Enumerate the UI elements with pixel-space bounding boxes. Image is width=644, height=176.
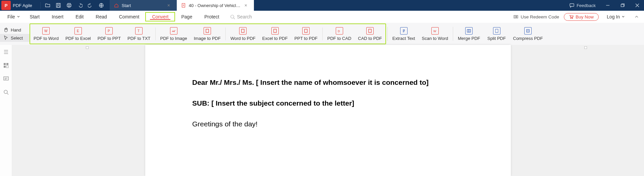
close-window-button[interactable] <box>631 0 644 11</box>
button-label: PDF to CAD <box>327 36 352 41</box>
button-label: PDF to Word <box>34 36 59 41</box>
page: Dear Mr./ Mrs./ Ms. [ Insert the name of… <box>145 45 511 176</box>
menu-edit[interactable]: Edit <box>69 12 90 21</box>
compress-pdf-button[interactable]: Compress PDF <box>510 24 546 44</box>
annotations-icon[interactable] <box>3 76 9 82</box>
menu-start[interactable]: Start <box>24 12 46 21</box>
redeem-button[interactable]: Use Redeem Code <box>513 14 559 19</box>
svg-rect-22 <box>206 29 209 33</box>
doc-greeting: Greetings of the day! <box>192 120 471 128</box>
search-input[interactable]: Search <box>225 14 257 19</box>
button-label: PDF to Image <box>160 36 187 41</box>
left-rail <box>0 45 12 176</box>
save-icon[interactable] <box>53 0 63 11</box>
svg-rect-8 <box>570 4 574 6</box>
chevron-down-icon <box>17 15 20 18</box>
button-label: PPT to PDF <box>294 36 318 41</box>
svg-rect-37 <box>4 77 8 80</box>
menu-protect[interactable]: Protect <box>198 12 225 21</box>
menu-read[interactable]: Read <box>90 12 113 21</box>
home-web-icon[interactable] <box>96 0 106 11</box>
svg-line-14 <box>233 18 235 19</box>
pdf-icon <box>239 27 247 35</box>
svg-text:W: W <box>433 30 436 33</box>
image-to-pdf-button[interactable]: Image to PDF <box>191 25 224 43</box>
menu-file[interactable]: File <box>3 14 24 19</box>
pdf-to-txt-button[interactable]: T PDF to TXT <box>124 25 154 43</box>
compress-icon <box>524 27 532 35</box>
app-name: PDF Agile <box>13 3 32 8</box>
menubar-right: Use Redeem Code Buy Now Log In <box>513 13 641 21</box>
button-label: PDF to TXT <box>127 36 150 41</box>
scan-to-word-button[interactable]: W Scan to Word <box>419 24 452 44</box>
button-label: Compress PDF <box>513 36 543 41</box>
cart-icon <box>569 14 574 19</box>
redo-icon[interactable] <box>86 0 96 11</box>
tab-document[interactable]: 40 - Ownership of Vehicle Tr... × <box>177 0 254 11</box>
close-icon[interactable]: × <box>167 3 173 8</box>
hand-tool[interactable]: Hand <box>0 26 30 34</box>
svg-rect-25 <box>305 29 307 33</box>
minimize-button[interactable] <box>601 0 614 11</box>
open-icon[interactable] <box>43 0 53 11</box>
excel-to-pdf-button[interactable]: Excel to PDF <box>259 25 291 43</box>
menu-label: Insert <box>52 14 63 19</box>
excel-icon: E <box>74 27 82 35</box>
buy-now-button[interactable]: Buy Now <box>564 13 599 21</box>
tab-label: 40 - Ownership of Vehicle Tr... <box>189 3 242 8</box>
menu-label: Start <box>30 14 40 19</box>
extract-icon <box>400 27 408 35</box>
merge-icon <box>465 27 473 35</box>
outline-icon[interactable] <box>3 49 9 55</box>
document-viewport[interactable]: Dear Mr./ Mrs./ Ms. [ Insert the name of… <box>12 45 644 176</box>
pdf-to-ppt-button[interactable]: P PDF to PPT <box>94 25 124 43</box>
svg-rect-35 <box>4 66 6 68</box>
pdf-to-cad-button[interactable]: D PDF to CAD <box>324 25 355 43</box>
collapse-ribbon-button[interactable] <box>633 15 641 19</box>
pdf-to-excel-button[interactable]: E PDF to Excel <box>62 25 94 43</box>
word-to-pdf-button[interactable]: Word to PDF <box>227 25 259 43</box>
search-panel-icon[interactable] <box>3 89 9 95</box>
document-tabs: Start × 40 - Ownership of Vehicle Tr... … <box>110 0 254 11</box>
feedback-button[interactable]: Feedback <box>565 3 600 8</box>
cad-to-pdf-button[interactable]: CAD to PDF <box>355 25 385 43</box>
ribbon-buttons: W PDF to Word E PDF to Excel P PDF to PP… <box>30 23 644 45</box>
svg-rect-2 <box>57 6 59 7</box>
svg-rect-1 <box>57 3 59 5</box>
menu-convert[interactable]: Convert <box>145 12 175 21</box>
tab-start[interactable]: Start × <box>110 0 177 11</box>
pdf-to-image-button[interactable]: PDF to Image <box>157 25 191 43</box>
thumbnails-icon[interactable] <box>3 62 9 68</box>
maximize-button[interactable] <box>616 0 629 11</box>
login-button[interactable]: Log In <box>603 14 628 19</box>
split-pdf-button[interactable]: Split PDF <box>484 24 510 44</box>
txt-icon: T <box>135 27 143 35</box>
undo-icon[interactable] <box>75 0 85 11</box>
svg-text:E: E <box>77 29 79 33</box>
print-icon[interactable] <box>64 0 74 11</box>
select-tool[interactable]: Select <box>0 34 30 42</box>
svg-rect-4 <box>67 4 71 6</box>
menu-page[interactable]: Page <box>175 12 198 21</box>
menu-comment[interactable]: Comment <box>113 12 146 21</box>
divider <box>40 2 41 9</box>
scan-icon: W <box>431 27 439 35</box>
ppt-to-pdf-button[interactable]: PPT to PDF <box>291 25 321 43</box>
convert-group-highlight: W PDF to Word E PDF to Excel P PDF to PP… <box>30 23 386 44</box>
button-label: PDF to Excel <box>65 36 91 41</box>
redeem-label: Use Redeem Code <box>521 14 559 19</box>
close-icon[interactable]: × <box>245 3 250 8</box>
doc-salutation: Dear Mr./ Mrs./ Ms. [ Insert the name of… <box>192 78 471 86</box>
svg-rect-31 <box>495 29 498 33</box>
menu-insert[interactable]: Insert <box>46 12 69 21</box>
extract-text-button[interactable]: Extract Text <box>389 24 419 44</box>
hand-label: Hand <box>11 27 21 33</box>
menu-file-label: File <box>7 14 15 19</box>
pdf-to-word-button[interactable]: W PDF to Word <box>30 25 62 43</box>
button-label: Excel to PDF <box>262 36 288 41</box>
merge-pdf-button[interactable]: Merge PDF <box>454 24 483 44</box>
separator <box>453 27 453 41</box>
svg-point-13 <box>230 15 233 18</box>
chevron-down-icon <box>622 15 625 18</box>
separator <box>322 27 323 40</box>
